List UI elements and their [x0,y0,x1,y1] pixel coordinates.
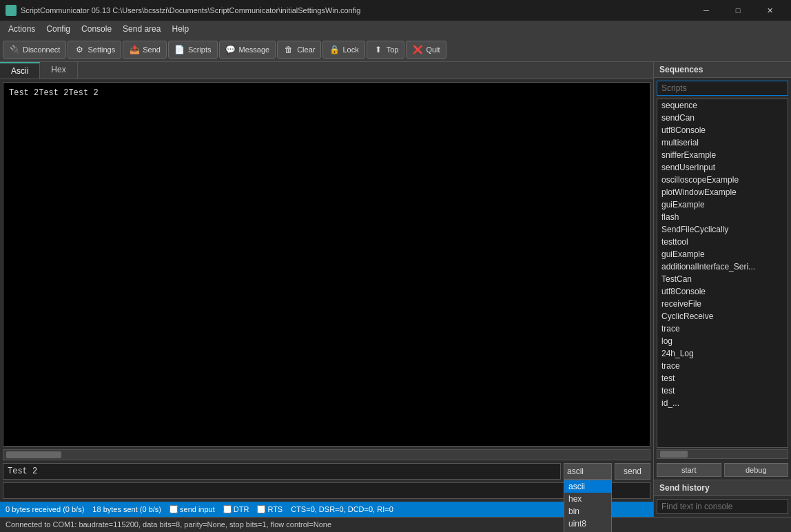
script-item[interactable]: trace [657,323,788,335]
dtr-checkbox[interactable] [223,505,232,513]
send-input[interactable] [3,463,561,480]
scripts-hscroll[interactable] [657,449,788,459]
clear-icon: 🗑 [283,44,294,55]
hscroll-thumb[interactable] [6,451,61,458]
toolbar: 🔌 Disconnect ⚙ Settings 📤 Send 📄 Scripts… [0,37,791,62]
console-output[interactable]: Test 2Test 2Test 2 [3,82,650,447]
dropdown-option-hex[interactable]: hex [564,493,611,505]
scripts-list[interactable]: sequencesendCanutf8Consolemultiserialsni… [657,99,788,448]
tab-hex[interactable]: Hex [40,62,77,79]
send-button[interactable]: send [615,463,650,480]
script-item[interactable]: CyclicReceive [657,310,788,323]
format-dropdown-popup: asciihexbinuint8uint16uint32int8int16int… [564,480,612,532]
script-item[interactable]: utf8Console [657,285,788,298]
menu-help[interactable]: Help [166,23,194,35]
scripts-search-input[interactable] [657,81,788,96]
script-item[interactable]: sequence [657,99,788,112]
script-item[interactable]: oscilloscopeExample [657,174,788,186]
script-item[interactable]: log [657,335,788,347]
message-icon: 💬 [225,44,236,55]
maximize-button[interactable]: □ [722,0,754,21]
script-item[interactable]: sendUserInput [657,161,788,174]
rts-text: RTS [267,505,282,513]
scripts-label: Scripts [188,45,212,54]
menu-send-area[interactable]: Send area [117,23,166,35]
script-item[interactable]: sendCan [657,112,788,124]
script-item[interactable]: flash [657,211,788,223]
window-title: ScriptCommunicator 05.13 C:\Users\bcsstz… [21,6,690,14]
script-item[interactable]: multiserial [657,136,788,149]
disconnect-button[interactable]: 🔌 Disconnect [3,41,66,59]
lock-icon: 🔒 [329,44,340,55]
script-item[interactable]: id_... [657,397,788,409]
window-controls: ─ □ ✕ [690,0,785,21]
cts-status: CTS=0, DSR=0, DCD=0, RI=0 [291,505,393,513]
script-item[interactable]: additionalInterface_Seri... [657,260,788,273]
disconnect-icon: 🔌 [9,44,20,55]
close-button[interactable]: ✕ [754,0,785,21]
main-layout: Ascii Hex Test 2Test 2Test 2 asciihexbin… [0,62,791,517]
bytes-received: 0 bytes received (0 b/s) [6,505,84,513]
rts-label: RTS [257,505,282,513]
menu-actions[interactable]: Actions [3,23,41,35]
format-select[interactable]: asciihexbinuint8uint16uint32int8int16int… [564,463,612,480]
bytes-sent: 18 bytes sent (0 b/s) [92,505,161,513]
title-bar: ScriptCommunicator 05.13 C:\Users\bcsstz… [0,0,791,21]
sequences-bottom: start debug [654,460,791,480]
dropdown-option-uint8[interactable]: uint8 [564,518,611,530]
script-item[interactable]: SendFileCyclically [657,223,788,236]
minimize-button[interactable]: ─ [690,0,722,21]
menu-console[interactable]: Console [76,23,117,35]
script-item[interactable]: guiExample [657,198,788,211]
start-button[interactable]: start [657,463,721,477]
debug-button[interactable]: debug [724,463,789,477]
tabs: Ascii Hex [0,62,653,79]
center-area: Ascii Hex Test 2Test 2Test 2 asciihexbin… [0,62,653,517]
script-item[interactable]: receiveFile [657,298,788,310]
message-button[interactable]: 💬 Message [219,41,276,59]
script-item[interactable]: plotWindowExample [657,186,788,198]
top-label: Top [387,45,399,54]
console-hscroll[interactable] [3,449,650,460]
top-icon: ⬆ [373,44,384,55]
scripts-hscroll-thumb[interactable] [660,451,688,458]
script-item[interactable]: utf8Console [657,124,788,136]
script-item[interactable]: test [657,385,788,397]
console-text: Test 2Test 2Test 2 [9,88,99,98]
send-input-checkbox[interactable] [170,505,178,513]
message-label: Message [239,45,270,54]
send-input-label: send input [170,505,215,513]
dropdown-option-ascii[interactable]: ascii [564,480,611,493]
settings-icon: ⚙ [74,44,85,55]
disconnect-label: Disconnect [23,45,60,54]
script-item[interactable]: trace [657,360,788,372]
rts-checkbox[interactable] [257,505,265,513]
app-icon [6,5,17,16]
menu-bar: Actions Config Console Send area Help [0,21,791,37]
find-text-input[interactable] [657,499,788,514]
script-item[interactable]: guiExample [657,248,788,260]
status-bar: 0 bytes received (0 b/s) 18 bytes sent (… [0,502,653,517]
quit-button[interactable]: ❌ Quit [406,41,446,59]
script-item[interactable]: TestCan [657,273,788,285]
settings-button[interactable]: ⚙ Settings [68,41,121,59]
scripts-button[interactable]: 📄 Scripts [168,41,218,59]
dropdown-option-bin[interactable]: bin [564,505,611,518]
scripts-icon: 📄 [174,44,185,55]
dtr-label: DTR [223,505,249,513]
script-item[interactable]: test [657,372,788,385]
connection-status: Connected to COM1: baudrate=115200, data… [6,520,331,529]
send-input2[interactable] [3,482,650,499]
tab-ascii[interactable]: Ascii [0,62,40,79]
script-item[interactable]: snifferExample [657,149,788,161]
menu-config[interactable]: Config [41,23,76,35]
sequences-header: Sequences [654,62,791,78]
clear-button[interactable]: 🗑 Clear [277,41,321,59]
lock-button[interactable]: 🔒 Lock [322,41,364,59]
send-area: asciihexbinuint8uint16uint32int8int16int… [0,460,653,502]
send-input-text: send input [180,505,215,513]
send-toolbar-button[interactable]: 📤 Send [123,41,167,59]
top-button[interactable]: ⬆ Top [367,41,405,59]
script-item[interactable]: testtool [657,236,788,248]
script-item[interactable]: 24h_Log [657,347,788,360]
